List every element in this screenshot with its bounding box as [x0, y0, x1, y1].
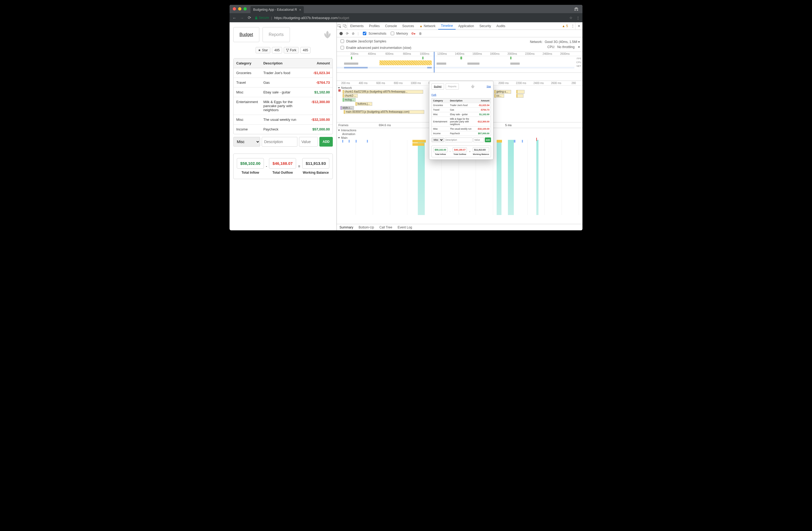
- network-bar[interactable]: [517, 94, 523, 98]
- mini-value-input: [473, 138, 484, 142]
- devtools-tab-console[interactable]: Console: [382, 22, 400, 29]
- devtools-tab-security[interactable]: Security: [477, 22, 494, 29]
- devtools-tab-timeline[interactable]: Timeline: [438, 22, 455, 29]
- github-fork-count: 485: [300, 47, 310, 53]
- category-select[interactable]: Misc: [233, 137, 260, 146]
- total-inflow-value: $58,102.00: [237, 158, 264, 169]
- browser-tab[interactable]: Budgeting App - Educational R ×: [250, 6, 304, 13]
- total-outflow-label: Total Outflow: [269, 171, 296, 174]
- memory-checkbox[interactable]: Memory: [390, 31, 408, 36]
- network-bar[interactable]: buttons.j...: [356, 102, 372, 106]
- github-star-count: 485: [272, 47, 282, 53]
- value-input[interactable]: [299, 137, 318, 146]
- details-tab-event-log[interactable]: Event Log: [395, 225, 415, 229]
- timeline-options: Disable JavaScript Samples Enable advanc…: [337, 37, 582, 52]
- gc-icon[interactable]: 🗑: [419, 32, 422, 36]
- cell-category: Travel: [234, 78, 261, 87]
- network-bar[interactable]: chunk1-6ad12189.js (budgeting-a937b.fire…: [343, 90, 423, 94]
- zoom-window[interactable]: [244, 7, 247, 11]
- network-bar[interactable]: mclog...: [343, 98, 356, 102]
- cell-category: Misc: [234, 87, 261, 97]
- col-category: Category: [234, 58, 261, 68]
- timeline-overview[interactable]: 200ms400ms600ms800ms1000ms1200ms1400ms16…: [337, 52, 582, 73]
- network-bar[interactable]: [517, 90, 524, 94]
- details-tab-call-tree[interactable]: Call Tree: [377, 225, 395, 229]
- cell-amount: -$12,300.00: [309, 97, 333, 115]
- add-button[interactable]: ADD: [319, 137, 333, 146]
- network-throttle-select[interactable]: Good 3G (40ms, 1.5Ml ▾: [545, 40, 580, 44]
- screenshot-popover: Budget Reports Star Fork Category Descri…: [429, 81, 493, 160]
- cell-category: Misc: [234, 115, 261, 125]
- omnibox[interactable]: Secure | https://budgeting-a937b.firebas…: [255, 13, 566, 22]
- advanced-paint-checkbox[interactable]: Enable advanced paint instrumentation (s…: [339, 45, 411, 50]
- capture-settings-icon[interactable]: ⚙▸: [411, 32, 416, 36]
- cell-amount: $57,000.00: [309, 125, 333, 134]
- table-row: MiscThe usual weekly run-$32,100.00: [432, 127, 491, 131]
- tab-reports[interactable]: Reports: [262, 27, 290, 42]
- cpu-throttle-select[interactable]: No throttling ▾: [557, 45, 580, 49]
- clear-icon[interactable]: ⊘: [352, 32, 354, 36]
- close-window[interactable]: [233, 7, 236, 11]
- github-fork-button[interactable]: Fork: [284, 47, 299, 53]
- forward-icon[interactable]: →: [240, 16, 244, 20]
- record-button[interactable]: [339, 32, 343, 35]
- tab-budget[interactable]: Budget: [233, 27, 259, 42]
- mini-add-button: ADD: [485, 138, 491, 142]
- working-balance-value: $11,913.93: [302, 158, 329, 169]
- network-bar[interactable]: chunk2-...: [343, 94, 358, 98]
- table-row: EntertainmentMilk & Eggs for the pancake…: [432, 117, 491, 127]
- browser-menu-icon[interactable]: ⋮: [576, 16, 580, 20]
- disable-js-checkbox[interactable]: Disable JavaScript Samples: [339, 39, 411, 44]
- col-amount: Amount: [309, 58, 333, 68]
- window-controls: [233, 7, 247, 11]
- inspect-icon[interactable]: [337, 22, 342, 29]
- warnings-badge[interactable]: ▲ 5: [562, 22, 568, 29]
- devtools-tab-audits[interactable]: Audits: [494, 22, 508, 29]
- mini-tab-budget: Budget: [432, 83, 444, 90]
- incognito-icon: [574, 7, 579, 11]
- devtools-tab-profiles[interactable]: Profiles: [366, 22, 382, 29]
- long-task-marker: [536, 138, 537, 141]
- screenshots-checkbox[interactable]: Screenshots: [362, 31, 387, 36]
- close-tab-icon[interactable]: ×: [299, 8, 301, 12]
- devtools-tab-elements[interactable]: Elements: [348, 22, 366, 29]
- table-row[interactable]: MiscThe usual weekly run-$32,100.00: [234, 115, 333, 125]
- table-row[interactable]: IncomePaycheck$57,000.00: [234, 125, 333, 134]
- devtools-tab-network[interactable]: ▲ Network: [417, 22, 438, 29]
- table-row[interactable]: EntertainmentMilk & Eggs for the pancake…: [234, 97, 333, 115]
- svg-rect-5: [345, 25, 346, 28]
- table-row[interactable]: TravelGas-$764.73: [234, 78, 333, 87]
- table-row[interactable]: GroceriesTrader Joe's food-$1,023.34: [234, 68, 333, 78]
- reload-icon[interactable]: ⟳: [247, 16, 251, 20]
- table-row[interactable]: MiscEbay sale - guitar$1,102.00: [234, 87, 333, 97]
- back-icon[interactable]: ←: [232, 16, 236, 20]
- devtools-panel: ElementsProfilesConsoleSources▲ NetworkT…: [337, 22, 582, 230]
- total-outflow-value: $46,188.07: [269, 158, 296, 169]
- screenshot-strip[interactable]: [337, 73, 582, 81]
- device-icon[interactable]: [342, 22, 348, 29]
- reload-record-icon[interactable]: ⟳: [346, 32, 349, 36]
- minus-sign: -: [266, 164, 267, 168]
- bookmark-icon[interactable]: ☆: [569, 16, 572, 20]
- timeline-toolbar: ⟳ ⊘ | Screenshots Memory ⚙▸ 🗑: [337, 30, 582, 37]
- details-tab-summary[interactable]: Summary: [337, 225, 356, 229]
- mini-category-select: Misc: [432, 138, 444, 142]
- total-inflow-label: Total Inflow: [237, 171, 264, 174]
- network-bar[interactable]: style.c...: [340, 106, 354, 110]
- network-bar[interactable]: geting-s...: [494, 90, 511, 94]
- network-bar[interactable]: main-00355f73.js (budgeting-a937b.fireba…: [344, 110, 424, 114]
- github-star-button[interactable]: ★ Star: [256, 47, 270, 53]
- devtools-close-icon[interactable]: ✕: [576, 22, 582, 29]
- devtools-tab-application[interactable]: Application: [455, 22, 477, 29]
- details-tab-bottom-up[interactable]: Bottom-Up: [356, 225, 377, 229]
- minimize-window[interactable]: [238, 7, 241, 11]
- network-bar[interactable]: co...: [494, 94, 504, 98]
- devtools-menu-icon[interactable]: ⋮: [570, 22, 576, 29]
- table-row: IncomePaycheck$57,000.00: [432, 131, 491, 136]
- flame-chart[interactable]: 200 ms400 ms600 ms800 ms1000 ms1200 ms14…: [337, 81, 582, 224]
- description-input[interactable]: [262, 137, 298, 146]
- titlebar: Budgeting App - Educational R ×: [230, 5, 582, 13]
- url: https://budgeting-a937b.firebaseapp.com/…: [274, 16, 349, 20]
- mini-star-link: Star: [487, 85, 491, 88]
- devtools-tab-sources[interactable]: Sources: [400, 22, 417, 29]
